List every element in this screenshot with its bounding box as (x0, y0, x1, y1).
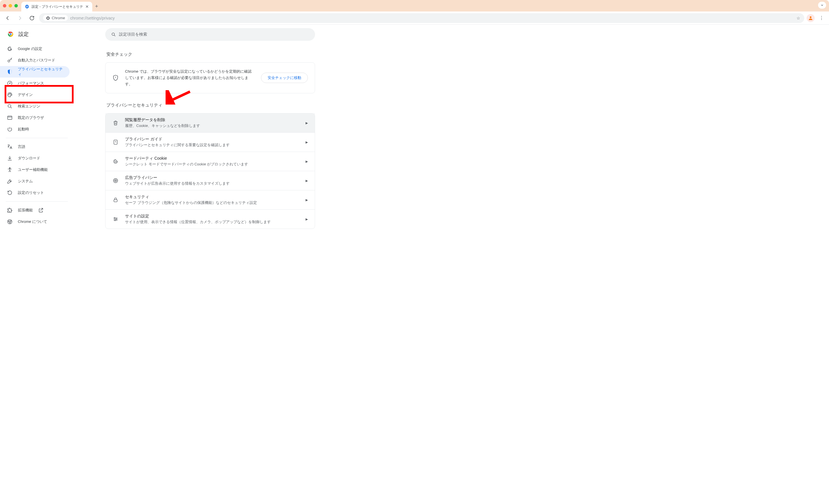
row-subtitle: シークレット モードでサードパーティの Cookie がブロックされています (125, 162, 299, 167)
forward-button[interactable] (15, 13, 25, 23)
row-subtitle: 履歴、Cookie、キャッシュなどを削除します (125, 123, 299, 128)
shield-icon (112, 75, 119, 81)
profile-avatar[interactable] (806, 14, 815, 22)
sidebar-item-privacy[interactable]: プライバシーとセキュリティ (0, 66, 70, 78)
row-title: セキュリティ (125, 194, 299, 200)
svg-point-8 (8, 94, 9, 95)
sidebar-item-label: 言語 (18, 144, 25, 149)
svg-point-9 (9, 93, 10, 94)
row-site-settings[interactable]: サイトの設定 サイトが使用、表示できる情報（位置情報、カメラ、ポップアップなど）… (106, 209, 315, 229)
sidebar-item-label: プライバシーとセキュリティ (18, 67, 64, 77)
close-window-button[interactable] (3, 4, 6, 7)
svg-point-28 (115, 220, 115, 221)
chevron-right-icon: ▶ (305, 141, 308, 144)
svg-point-1 (47, 17, 48, 19)
row-privacy-guide[interactable]: プライバシー ガイド プライバシーとセキュリティに関する重要な設定を確認します … (106, 132, 315, 152)
row-clear-browsing-data[interactable]: 閲覧履歴データを削除 履歴、Cookie、キャッシュなどを削除します ▶ (106, 113, 315, 132)
sidebar-item-google[interactable]: Google の設定 (0, 43, 70, 54)
download-icon (7, 155, 13, 161)
svg-point-26 (114, 218, 115, 218)
bookmark-star-icon[interactable]: ☆ (796, 16, 800, 21)
sidebar-item-search-engine[interactable]: 検索エンジン (0, 101, 70, 112)
search-placeholder: 設定項目を検索 (119, 32, 147, 37)
sidebar-item-autofill[interactable]: 自動入力とパスワード (0, 54, 70, 66)
translate-icon (7, 144, 13, 150)
safety-check-card: Chrome では、ブラウザが安全な設定になっているかどうかを定期的に確認してい… (105, 62, 315, 93)
privacy-section-heading: プライバシーとセキュリティ (106, 103, 315, 108)
palette-icon (7, 92, 13, 98)
window-controls (3, 4, 18, 7)
sidebar-item-about[interactable]: Chrome について (0, 216, 70, 227)
sidebar-item-label: Google の設定 (18, 46, 42, 51)
wrench-icon (7, 178, 13, 184)
sidebar-item-label: 設定のリセット (18, 190, 44, 195)
sidebar-item-default-browser[interactable]: 既定のブラウザ (0, 112, 70, 123)
sidebar-item-language[interactable]: 言語 (0, 141, 70, 153)
row-title: サイトの設定 (125, 214, 299, 219)
site-chip[interactable]: Chrome (43, 15, 68, 21)
row-subtitle: セーフ ブラウジング（危険なサイトからの保護機能）などのセキュリティ設定 (125, 200, 299, 205)
sidebar-item-appearance[interactable]: デザイン (0, 89, 70, 101)
sliders-icon (112, 216, 119, 222)
safety-check-description: Chrome では、ブラウザが安全な設定になっているかどうかを定期的に確認してい… (125, 68, 255, 87)
sidebar-item-label: システム (18, 179, 33, 184)
sidebar-item-label: 拡張機能 (18, 208, 33, 213)
sidebar-item-system[interactable]: システム (0, 176, 70, 187)
chevron-right-icon: ▶ (305, 160, 308, 163)
gear-icon (25, 4, 29, 9)
cookie-icon (112, 158, 119, 164)
search-icon (111, 32, 116, 37)
row-security[interactable]: セキュリティ セーフ ブラウジング（危険なサイトからの保護機能）などのセキュリテ… (106, 190, 315, 209)
svg-point-21 (116, 162, 117, 162)
reload-button[interactable] (27, 13, 37, 23)
svg-point-11 (11, 94, 11, 95)
extension-icon (7, 207, 13, 213)
sidebar-item-label: デザイン (18, 92, 33, 98)
external-link-icon (38, 207, 44, 213)
svg-point-20 (115, 162, 115, 162)
settings-search-input[interactable]: 設定項目を検索 (105, 28, 315, 41)
chrome-icon (7, 219, 13, 225)
sidebar-item-label: パフォーマンス (18, 81, 44, 86)
sidebar-item-label: 既定のブラウザ (18, 115, 44, 120)
tab-dropdown-button[interactable] (818, 2, 826, 9)
sidebar-item-label: 検索エンジン (18, 104, 40, 109)
settings-sidebar: 設定 Google の設定 自動入力とパスワード プライバシーとセキュリティ パ… (0, 25, 74, 231)
sidebar-item-accessibility[interactable]: ユーザー補助機能 (0, 164, 70, 176)
sidebar-divider (6, 138, 68, 138)
sidebar-item-reset[interactable]: 設定のリセット (0, 187, 70, 198)
tab-title: 設定 - プライバシーとセキュリテ (32, 4, 83, 9)
titlebar: 設定 - プライバシーとセキュリテ ✕ + (0, 0, 829, 11)
browser-tab[interactable]: 設定 - プライバシーとセキュリテ ✕ (21, 2, 92, 11)
new-tab-button[interactable]: + (92, 3, 101, 9)
sidebar-item-performance[interactable]: パフォーマンス (0, 78, 70, 89)
sidebar-item-downloads[interactable]: ダウンロード (0, 153, 70, 164)
row-subtitle: ウェブサイトが広告表示に使用する情報をカスタマイズします (125, 181, 299, 186)
sidebar-item-label: 起動時 (18, 127, 29, 132)
svg-rect-13 (8, 116, 12, 119)
site-chip-label: Chrome (52, 16, 65, 20)
maximize-window-button[interactable] (14, 4, 18, 7)
row-ad-privacy[interactable]: 広告プライバシー ウェブサイトが広告表示に使用する情報をカスタマイズします ▶ (106, 171, 315, 190)
sidebar-item-label: ダウンロード (18, 156, 40, 161)
minimize-window-button[interactable] (9, 4, 12, 7)
close-tab-button[interactable]: ✕ (85, 4, 89, 9)
ad-icon (112, 178, 119, 184)
row-subtitle: プライバシーとセキュリティに関する重要な設定を確認します (125, 143, 299, 148)
accessibility-icon (7, 167, 13, 172)
back-button[interactable] (3, 13, 13, 23)
settings-main: 設定項目を検索 安全チェック Chrome では、ブラウザが安全な設定になってい… (105, 25, 315, 504)
chevron-right-icon: ▶ (305, 218, 308, 221)
sidebar-divider (6, 201, 68, 202)
row-third-party-cookies[interactable]: サードパーティ Cookie シークレット モードでサードパーティの Cooki… (106, 152, 315, 171)
sidebar-item-startup[interactable]: 起動時 (0, 123, 70, 135)
settings-brand: 設定 (0, 29, 74, 43)
address-bar[interactable]: Chrome chrome://settings/privacy ☆ (39, 13, 804, 23)
chrome-logo-icon (7, 31, 14, 38)
privacy-card: 閲覧履歴データを削除 履歴、Cookie、キャッシュなどを削除します ▶ プライ… (105, 113, 315, 229)
url-text: chrome://settings/privacy (70, 16, 794, 21)
menu-button[interactable]: ⋮ (817, 15, 826, 21)
svg-point-27 (116, 219, 117, 220)
sidebar-item-extensions[interactable]: 拡張機能 (0, 204, 70, 216)
safety-check-button[interactable]: 安全チェックに移動 (261, 73, 308, 83)
